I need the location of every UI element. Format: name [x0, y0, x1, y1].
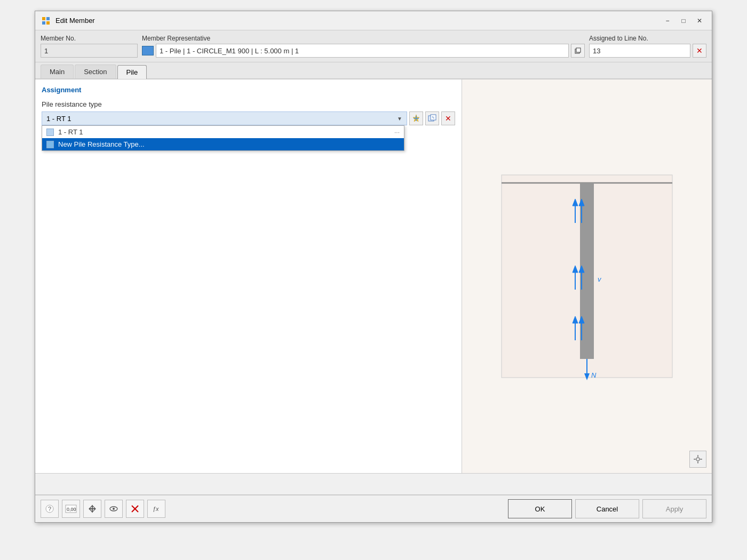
ok-button[interactable]: OK — [508, 499, 572, 518]
svg-point-44 — [113, 508, 115, 510]
eye-icon — [109, 504, 118, 514]
dropdown-current-value: 1 - RT 1 — [46, 115, 71, 123]
pile-diagram: v N — [496, 164, 678, 388]
member-rep-label: Member Representative — [142, 35, 585, 42]
pile-resistance-dropdown[interactable]: 1 - RT 1 ▼ — [42, 111, 407, 125]
svg-text:✎: ✎ — [432, 116, 435, 119]
values-icon: 0,00 — [65, 504, 77, 514]
dropdown-item-new[interactable]: New Pile Resistance Type... — [42, 138, 404, 150]
svg-rect-5 — [576, 48, 581, 52]
help-icon-button[interactable]: ? — [41, 500, 59, 518]
rt1-item-dots: ··· — [394, 129, 400, 136]
svg-point-31 — [696, 458, 700, 461]
diagram-settings-button[interactable] — [689, 451, 706, 468]
right-panel: v N — [462, 79, 712, 473]
fx-icon: ƒx — [152, 504, 161, 514]
window-title: Edit Member — [55, 17, 95, 25]
delete-icon-button[interactable] — [126, 500, 144, 518]
svg-text:ƒx: ƒx — [153, 506, 159, 512]
formula-icon-button[interactable]: ƒx — [147, 500, 165, 518]
svg-rect-34 — [694, 459, 696, 460]
help-icon: ? — [45, 504, 54, 514]
member-rep-edit-button[interactable] — [571, 44, 585, 58]
section-title: Assignment — [42, 86, 455, 94]
close-button[interactable]: ✕ — [693, 15, 706, 27]
member-icon — [88, 504, 97, 514]
tab-pile[interactable]: Pile — [117, 65, 147, 79]
svg-rect-0 — [42, 17, 45, 20]
edit-icon: ✎ — [428, 114, 436, 123]
delete-pile-resistance-button[interactable]: ✕ — [441, 111, 455, 125]
new-item-icon — [46, 141, 54, 148]
member-no-group: Member No. — [41, 35, 138, 58]
new-star-icon — [412, 114, 420, 123]
new-pile-resistance-button[interactable] — [409, 111, 423, 125]
svg-rect-1 — [46, 17, 50, 20]
svg-text:?: ? — [48, 506, 51, 512]
dropdown-menu: 1 - RT 1 ··· New Pile Resistance Type... — [42, 125, 404, 151]
values-icon-button[interactable]: 0,00 — [62, 500, 80, 518]
svg-text:0,00: 0,00 — [67, 507, 76, 512]
edit-pile-resistance-button[interactable]: ✎ — [425, 111, 439, 125]
svg-rect-3 — [46, 21, 50, 25]
assigned-line-clear-button[interactable]: ✕ — [693, 44, 706, 58]
svg-rect-32 — [697, 455, 698, 457]
cancel-button[interactable]: Cancel — [575, 499, 639, 518]
tab-section[interactable]: Section — [75, 65, 116, 78]
settings-icon — [689, 451, 706, 468]
svg-text:N: N — [591, 371, 597, 379]
svg-rect-2 — [42, 21, 45, 25]
minimize-button[interactable]: − — [661, 15, 674, 27]
window-controls: − □ ✕ — [661, 15, 706, 27]
delete-icon — [130, 504, 140, 514]
info-panel — [35, 473, 712, 494]
copy-icon — [574, 47, 582, 54]
left-panel: Assignment Pile resistance type 1 - RT 1… — [35, 79, 462, 473]
tabs-bar: Main Section Pile — [35, 62, 712, 79]
maximize-button[interactable]: □ — [677, 15, 690, 27]
bottom-icon-bar: ? 0,00 — [35, 494, 712, 522]
tab-main[interactable]: Main — [41, 65, 74, 78]
rt1-item-label: 1 - RT 1 — [58, 128, 83, 136]
member-icon-button[interactable] — [83, 500, 101, 518]
apply-button[interactable]: Apply — [642, 499, 706, 518]
title-bar: Edit Member − □ ✕ — [35, 11, 712, 30]
member-rep-input[interactable] — [156, 44, 569, 58]
assigned-line-label: Assigned to Line No. — [589, 35, 706, 42]
pile-resistance-row: 1 - RT 1 ▼ ✎ — [42, 111, 455, 125]
content-area: Assignment Pile resistance type 1 - RT 1… — [35, 79, 712, 473]
member-no-label: Member No. — [41, 35, 138, 42]
member-no-input[interactable] — [41, 44, 138, 58]
app-icon — [41, 15, 51, 26]
dropdown-item-rt1[interactable]: 1 - RT 1 ··· — [42, 126, 404, 138]
rt1-item-icon — [46, 129, 54, 136]
dropdown-arrow-icon: ▼ — [397, 116, 402, 122]
visibility-icon-button[interactable] — [105, 500, 123, 518]
assigned-line-group: Assigned to Line No. ✕ — [589, 35, 706, 58]
header-fields: Member No. Member Representative Assigne… — [35, 30, 712, 62]
new-item-label: New Pile Resistance Type... — [58, 140, 145, 148]
member-rep-group: Member Representative — [142, 35, 585, 58]
edit-member-dialog: Edit Member − □ ✕ Member No. Member Repr… — [35, 11, 712, 523]
svg-rect-35 — [700, 459, 702, 460]
assigned-line-input[interactable] — [589, 44, 690, 58]
svg-rect-33 — [697, 461, 698, 463]
pile-rep-icon — [142, 46, 154, 55]
pile-resistance-label: Pile resistance type — [42, 100, 455, 108]
